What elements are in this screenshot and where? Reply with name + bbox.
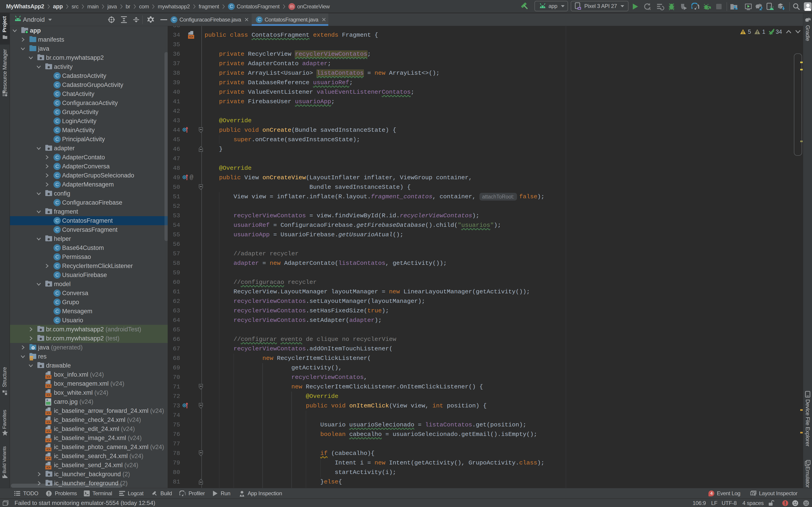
- svg-text:A: A: [648, 7, 651, 10]
